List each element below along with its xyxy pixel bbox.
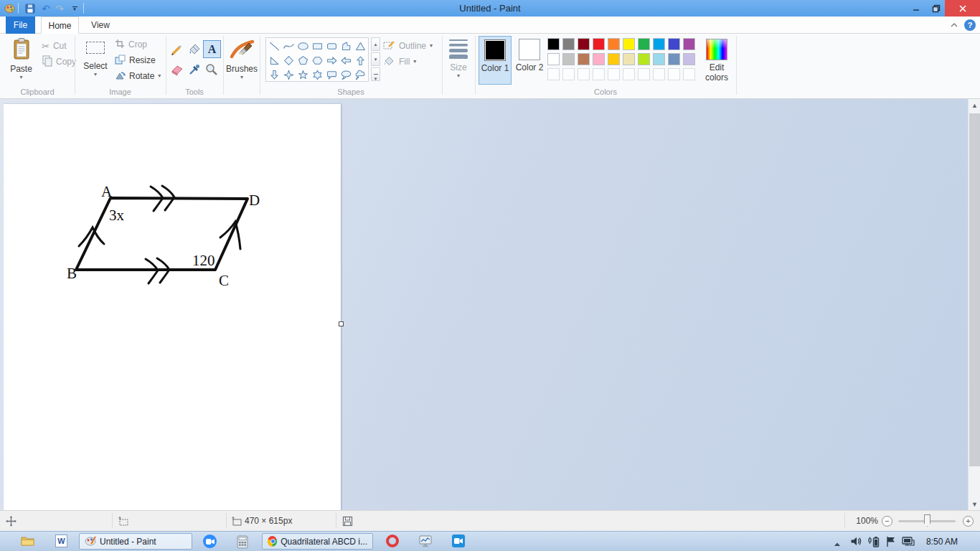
show-hidden-icons-icon[interactable] [834,539,841,549]
resize-button[interactable]: Resize [115,54,156,67]
shape-polygon[interactable] [339,39,353,53]
shape-five-point-star[interactable] [296,67,310,82]
palette-color[interactable] [683,38,695,50]
shape-left-arrow[interactable] [339,53,353,67]
palette-color[interactable] [608,53,620,65]
system-monitor-icon[interactable] [419,535,433,550]
copy-button[interactable]: Copy [42,55,76,68]
palette-color[interactable] [623,38,635,50]
outline-button[interactable]: Outline ▾ [383,39,433,52]
cut-button[interactable]: ✂ Cut [42,39,67,52]
shape-oval-callout[interactable] [339,67,353,82]
scrollbar-thumb[interactable] [969,113,980,466]
shape-right-arrow[interactable] [324,53,339,67]
close-button[interactable] [945,0,980,17]
palette-color[interactable] [578,53,590,65]
palette-color[interactable] [638,38,650,50]
palette-color[interactable] [562,38,575,50]
edit-colors-button[interactable]: Edit colors [699,36,734,85]
palette-color[interactable] [562,53,575,65]
eraser-tool-icon[interactable] [170,62,184,79]
crop-button[interactable]: Crop [115,38,147,51]
opera-icon[interactable] [386,534,399,547]
word-icon[interactable]: W [55,534,67,547]
palette-empty-slot[interactable] [638,68,650,80]
zoom-in-button[interactable]: + [963,516,974,527]
magnifier-tool-icon[interactable] [204,62,219,79]
shapes-scroll-down-button[interactable]: ▾ [371,52,380,66]
zoom-app-icon[interactable] [203,534,217,548]
palette-empty-slot[interactable] [593,68,605,80]
collapse-ribbon-icon[interactable] [950,21,958,31]
scroll-up-icon[interactable]: ▲ [969,99,980,111]
pencil-tool-icon[interactable] [170,42,184,59]
palette-color[interactable] [653,53,665,65]
zoom-out-button[interactable]: − [882,516,892,527]
minimize-button[interactable] [905,0,927,17]
size-button[interactable]: Size ▾ [445,35,472,78]
shape-six-point-star[interactable] [310,67,324,82]
palette-empty-slot[interactable] [608,68,620,80]
fill-button[interactable]: Fill ▾ [383,55,416,68]
volume-icon[interactable] [850,536,862,549]
palette-empty-slot[interactable] [578,68,590,80]
shape-rounded-rectangle[interactable] [324,39,339,53]
tab-file[interactable]: File [6,17,35,34]
palette-color[interactable] [608,38,620,50]
taskbar-paint-task[interactable]: Untitled - Paint [79,533,192,550]
shape-down-arrow[interactable] [267,67,281,82]
fill-tool-icon[interactable] [187,42,202,59]
color2-button[interactable]: Color 2 [513,36,546,85]
video-app-icon[interactable] [452,534,465,547]
tab-view[interactable]: View [83,17,118,34]
palette-color[interactable] [547,38,560,50]
palette-empty-slot[interactable] [547,68,560,80]
file-explorer-icon[interactable] [21,535,34,549]
shape-pentagon[interactable] [296,53,310,67]
palette-color[interactable] [547,53,560,65]
network-icon[interactable] [902,536,915,550]
calculator-icon[interactable] [237,535,248,551]
palette-color[interactable] [593,38,605,50]
clock[interactable]: 8:50 AM [921,537,963,547]
palette-color[interactable] [623,53,635,65]
shape-rounded-callout[interactable] [324,67,339,82]
vertical-scrollbar[interactable]: ▲ ▼ [968,99,980,510]
palette-empty-slot[interactable] [683,68,695,80]
brushes-button[interactable]: Brushes ▾ [226,35,258,80]
shape-rectangle[interactable] [310,39,324,53]
taskbar-browser-task[interactable]: Quadrilateral ABCD i... [262,533,373,550]
color-picker-tool-icon[interactable] [187,62,202,79]
shape-oval[interactable] [296,39,310,53]
palette-empty-slot[interactable] [562,68,575,80]
tab-home[interactable]: Home [41,17,79,34]
shapes-scroll-up-button[interactable]: ▴ [371,37,380,51]
shape-line[interactable] [267,39,281,53]
rotate-button[interactable]: Rotate ▾ [115,70,161,83]
shape-diamond[interactable] [281,53,296,67]
canvas-resize-handle[interactable] [339,321,344,326]
palette-color[interactable] [653,38,665,50]
palette-color[interactable] [668,53,680,65]
shape-hexagon[interactable] [310,53,324,67]
palette-empty-slot[interactable] [623,68,635,80]
action-center-flag-icon[interactable] [886,536,897,550]
paste-button[interactable]: Paste ▾ [5,35,37,80]
help-icon[interactable]: ? [964,19,976,31]
drawing-canvas[interactable]: A D B C 3x 120 [4,104,341,510]
palette-color[interactable] [683,53,695,65]
shapes-expand-button[interactable]: ▾ [371,67,380,81]
shape-four-point-star[interactable] [281,67,296,82]
zoom-slider-thumb[interactable] [924,514,930,527]
shape-cloud-callout[interactable] [353,67,367,82]
palette-color[interactable] [638,53,650,65]
select-button[interactable]: Select ▾ [79,35,112,77]
palette-color[interactable] [593,53,605,65]
palette-color[interactable] [668,38,680,50]
palette-empty-slot[interactable] [653,68,665,80]
shape-triangle[interactable] [353,39,367,53]
color1-button[interactable]: Color 1 [479,36,512,85]
restore-button[interactable] [927,0,946,17]
battery-icon[interactable] [868,536,880,550]
shape-up-arrow[interactable] [353,53,367,67]
